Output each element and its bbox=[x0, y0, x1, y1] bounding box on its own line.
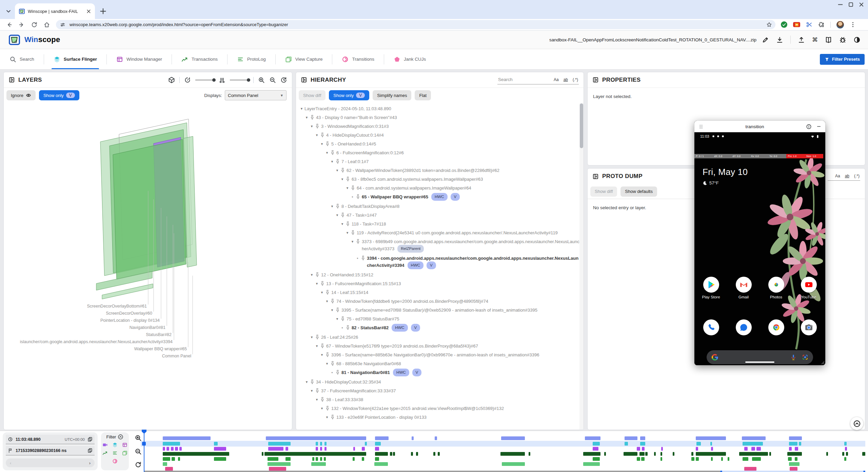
zoom-in-icon[interactable] bbox=[135, 434, 142, 441]
pin-icon[interactable] bbox=[345, 220, 352, 226]
trace-segment[interactable] bbox=[789, 462, 800, 466]
bookmark-star-icon[interactable] bbox=[766, 22, 772, 27]
pin-icon[interactable] bbox=[315, 271, 321, 277]
trace-segment[interactable] bbox=[324, 457, 326, 461]
pin-icon[interactable] bbox=[325, 289, 331, 295]
cursor-marker[interactable] bbox=[141, 429, 147, 434]
pin-icon[interactable] bbox=[330, 298, 336, 303]
app-phone[interactable] bbox=[699, 319, 723, 335]
documentation-icon[interactable] bbox=[825, 36, 832, 43]
tree-node[interactable]: ▾3 - WindowedMagnification:0:31#3 bbox=[296, 122, 579, 131]
tab-window-manager[interactable]: Window Manager bbox=[107, 49, 172, 69]
trace-segment[interactable] bbox=[789, 442, 798, 446]
trace-segment[interactable] bbox=[320, 457, 322, 461]
trace-segment[interactable] bbox=[214, 457, 226, 461]
trace-segment[interactable] bbox=[862, 452, 865, 456]
pin-icon[interactable] bbox=[325, 140, 331, 146]
proto-dump-search-input[interactable]: Aa ab (.*) bbox=[828, 172, 860, 181]
new-tab-button[interactable] bbox=[99, 7, 107, 15]
expand-caret-icon[interactable]: ▾ bbox=[324, 298, 330, 305]
match-case-icon[interactable]: Aa bbox=[835, 174, 840, 178]
trace-segment[interactable] bbox=[163, 436, 210, 440]
spacing-icon[interactable] bbox=[219, 77, 225, 83]
extensions-puzzle-icon[interactable] bbox=[818, 21, 825, 28]
tree-node[interactable]: ▾63 - 8fb0ec5 com.android.systemui.wallp… bbox=[296, 175, 579, 183]
edit-trace-icon[interactable] bbox=[762, 36, 769, 43]
trace-segment[interactable] bbox=[604, 452, 606, 456]
tree-node[interactable]: ▾75 - ed70f88 StatusBar#75 bbox=[296, 314, 579, 323]
trace-segment[interactable] bbox=[799, 442, 801, 446]
flat-button[interactable]: Flat bbox=[415, 90, 431, 100]
trace-segment[interactable] bbox=[375, 447, 379, 451]
range-track[interactable] bbox=[144, 471, 720, 472]
pin-icon[interactable] bbox=[345, 324, 352, 330]
tab-close-icon[interactable] bbox=[86, 8, 92, 14]
pin-icon[interactable] bbox=[320, 342, 326, 348]
pin-icon[interactable] bbox=[340, 167, 347, 173]
app-photos[interactable]: Photos bbox=[764, 277, 788, 299]
tab-jank-cujs[interactable]: Jank CUJs bbox=[384, 49, 435, 69]
app-camera[interactable] bbox=[797, 319, 821, 335]
trace-segment[interactable] bbox=[673, 452, 674, 456]
human-time-field[interactable]: 11:03:48.890 UTC+00:00 bbox=[6, 435, 95, 444]
trace-segment[interactable] bbox=[751, 447, 755, 451]
tree-node[interactable]: ▾62 - WallpaperWindowToken{28892d1 token… bbox=[296, 166, 579, 175]
expand-caret-icon[interactable]: ▾ bbox=[314, 342, 320, 350]
expand-caret-icon[interactable]: ▾ bbox=[339, 176, 345, 183]
expand-caret-icon[interactable]: ▾ bbox=[344, 229, 350, 236]
simplify-names-button[interactable]: Simplify names bbox=[373, 90, 411, 100]
zoom-out-icon[interactable] bbox=[269, 77, 276, 83]
trace-segment[interactable] bbox=[639, 452, 645, 456]
timeline-cursor[interactable] bbox=[144, 433, 144, 472]
trace-segment[interactable] bbox=[691, 457, 694, 461]
trace-segment[interactable] bbox=[320, 442, 322, 446]
displays-dropdown[interactable]: Common Panel▼ bbox=[225, 90, 287, 100]
trace-segment[interactable] bbox=[844, 442, 846, 446]
tab-search[interactable]: Search bbox=[0, 49, 44, 69]
trace-segment[interactable] bbox=[375, 457, 379, 461]
trace-segment[interactable] bbox=[311, 462, 326, 466]
tree-node[interactable]: ▾132 - WindowToken{422a1ee type=2015 and… bbox=[296, 404, 579, 413]
tree-node[interactable]: ▾14 - Leaf:15:15#14 bbox=[296, 288, 579, 297]
reload-icon[interactable] bbox=[31, 21, 38, 28]
trace-segment[interactable] bbox=[324, 442, 327, 446]
tab-surface-flinger[interactable]: Surface Flinger bbox=[44, 49, 106, 69]
zoom-out-icon[interactable] bbox=[135, 448, 142, 455]
expand-caret-icon[interactable]: ▾ bbox=[319, 351, 325, 358]
trace-segment[interactable] bbox=[312, 457, 314, 461]
pin-icon[interactable] bbox=[330, 360, 336, 366]
trace-segment[interactable] bbox=[165, 467, 173, 471]
tree-node[interactable]: ▾74 - WindowToken{fdddbe6 type=2000 andr… bbox=[296, 297, 579, 306]
pin-icon[interactable] bbox=[330, 149, 336, 155]
trace-segment[interactable] bbox=[728, 457, 729, 461]
trace-segment[interactable] bbox=[593, 442, 600, 446]
trace-segment[interactable] bbox=[826, 452, 828, 456]
download-trace-icon[interactable] bbox=[776, 36, 783, 43]
pin-icon[interactable] bbox=[325, 405, 331, 411]
trace-segment[interactable] bbox=[696, 452, 726, 456]
timeline-track-transitions[interactable] bbox=[144, 467, 865, 471]
tree-node[interactable]: ▾119 - ActivityRecord{24e5341 u0 com.goo… bbox=[296, 228, 579, 237]
tree-node[interactable]: ▾37 - FullscreenMagnification:33:33#37 bbox=[296, 386, 579, 395]
trace-segment[interactable] bbox=[593, 447, 598, 451]
trace-segment[interactable] bbox=[264, 452, 366, 456]
tree-node[interactable]: ▾6 - FullscreenMagnification:0:12#6 bbox=[296, 148, 579, 157]
tree-node[interactable]: ▾LayerTraceEntry - 2024-05-10, 11:03:48.… bbox=[296, 104, 579, 113]
pin-icon[interactable] bbox=[325, 351, 331, 357]
pin-icon[interactable] bbox=[315, 334, 321, 339]
trace-segment[interactable] bbox=[268, 442, 291, 446]
expand-caret-icon[interactable]: ▾ bbox=[334, 167, 340, 174]
trace-segment[interactable] bbox=[362, 457, 364, 461]
trace-segment[interactable] bbox=[435, 436, 437, 440]
trace-segment[interactable] bbox=[752, 457, 761, 461]
trace-segment[interactable] bbox=[795, 457, 798, 461]
upload-trace-icon[interactable] bbox=[798, 36, 805, 43]
pin-icon[interactable] bbox=[345, 176, 352, 181]
trace-segment[interactable] bbox=[163, 457, 170, 461]
trace-segment[interactable] bbox=[641, 457, 645, 461]
reset-zoom-icon[interactable] bbox=[135, 461, 142, 468]
trace-segment[interactable] bbox=[353, 447, 355, 451]
panel-toggle-icon[interactable] bbox=[301, 77, 307, 83]
match-word-icon[interactable]: ab bbox=[564, 77, 568, 82]
timeline-track-window-manager[interactable] bbox=[144, 447, 865, 451]
